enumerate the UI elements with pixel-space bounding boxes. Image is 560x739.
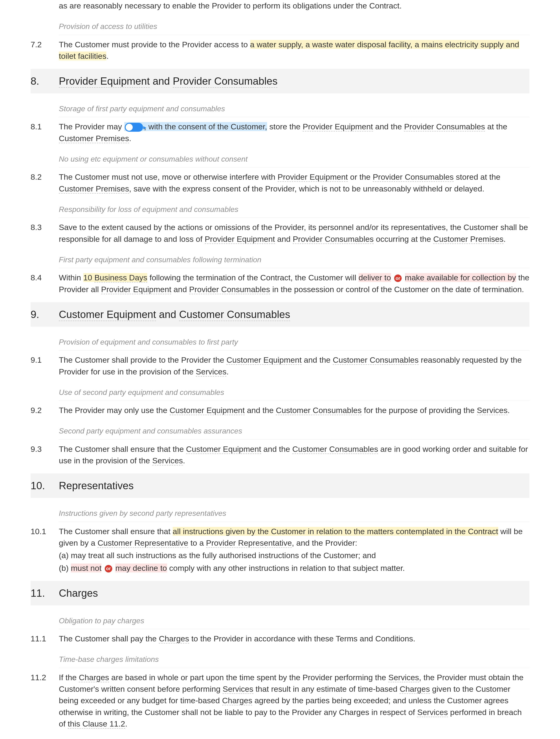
clause-body: If the Charges are based in whole or par… [59, 672, 529, 730]
text: store the [267, 122, 303, 131]
defined-term[interactable]: Provider Representative [206, 538, 292, 548]
defined-term[interactable]: Customer Premises [59, 184, 129, 193]
defined-term[interactable]: Provider Equipment [303, 122, 373, 132]
defined-term[interactable]: Charges [222, 696, 253, 705]
defined-term[interactable]: Customer Representative [98, 538, 188, 548]
defined-term[interactable]: Provider Consumables [173, 75, 277, 88]
text: following the termination of the Contrac… [147, 273, 359, 282]
defined-term[interactable]: Customer Consumables [276, 406, 362, 415]
text: and the [302, 355, 333, 364]
text: . [508, 406, 510, 415]
defined-term[interactable]: Services [417, 708, 448, 717]
text: 10 [83, 273, 94, 282]
clause-subtitle: Provision of access to utilities [59, 18, 529, 35]
defined-term[interactable]: Provider Equipment [278, 172, 348, 182]
alternative-option[interactable]: must not [71, 564, 102, 573]
defined-term[interactable]: Charges [79, 673, 109, 682]
text: . [504, 235, 506, 244]
clause-8-1: 8.1 The Provider may ▸, with the consent… [31, 121, 529, 144]
section-title: Provider Equipment and Provider Consumab… [59, 73, 277, 89]
defined-term[interactable]: Services [388, 673, 419, 682]
defined-term[interactable]: Provider Equipment [59, 75, 150, 88]
text: occurring at the [374, 235, 433, 244]
text: and the [261, 445, 292, 453]
defined-term[interactable]: Provider Consumables [293, 235, 374, 244]
defined-term[interactable]: Customer Equipment [170, 406, 245, 415]
sub-item-b: (b) must not or may decline to comply wi… [59, 562, 529, 574]
defined-term[interactable]: Provider Equipment [205, 235, 275, 244]
text: The Customer shall ensure that [59, 527, 173, 536]
optional-block[interactable]: ▸, with the consent of the Customer, [124, 122, 267, 131]
clause-number: 10.1 [31, 526, 59, 574]
defined-term[interactable]: Customer Equipment [226, 355, 301, 365]
section-title: Charges [59, 586, 98, 601]
defined-term[interactable]: Business Days [94, 273, 147, 283]
defined-term[interactable]: Customer Equipment [59, 309, 156, 321]
alternative-option[interactable]: deliver to [359, 273, 391, 282]
toggle-switch[interactable]: ▸ [125, 123, 143, 132]
clause-8-2: 8.2 The Customer must not use, move or o… [31, 171, 529, 194]
clause-subtitle: Second party equipment and consumables a… [59, 423, 529, 439]
section-number: 9. [31, 307, 59, 322]
section-title: Representatives [59, 478, 134, 493]
clause-body: The Customer must provide to the Provide… [59, 39, 529, 62]
text: or the [348, 172, 373, 181]
defined-term[interactable]: Customer Consumables [333, 355, 419, 365]
highlight-editable[interactable]: all instructions given by the Customer i… [173, 527, 498, 536]
defined-term[interactable]: Provider Consumables [373, 172, 454, 182]
clause-subtitle: Instructions given by second party repre… [59, 505, 529, 522]
alternative-option[interactable]: may decline to [115, 564, 167, 573]
defined-term[interactable]: Services [223, 685, 253, 694]
section-heading-10: 10. Representatives [31, 473, 529, 498]
clause-number: 8.4 [31, 272, 59, 295]
text: and [171, 285, 189, 294]
defined-term[interactable]: Customer Premises [59, 134, 129, 143]
text: . [106, 51, 109, 60]
text: are based in whole or part upon the time… [109, 673, 389, 682]
clause-subtitle: No using etc equipment or consumables wi… [59, 151, 529, 167]
defined-term[interactable]: Customer Equipment [186, 445, 261, 454]
defined-term[interactable]: Provider Equipment [101, 285, 171, 294]
text: . [125, 719, 127, 728]
text: and [156, 309, 179, 320]
clause-subtitle: Use of second party equipment and consum… [59, 384, 529, 401]
or-badge[interactable]: or [105, 565, 112, 573]
clause-body: The Customer shall ensure that the Custo… [59, 443, 529, 467]
or-badge[interactable]: or [394, 275, 402, 282]
defined-term[interactable]: Provider Consumables [404, 122, 485, 132]
defined-term[interactable]: Services [196, 367, 226, 377]
clause-fragment: as are reasonably necessary to enable th… [31, 0, 529, 11]
defined-term[interactable]: Charges [400, 685, 430, 694]
defined-term[interactable]: Customer Consumables [292, 445, 378, 454]
text: to a [188, 538, 206, 547]
clause-body: The Customer must not use, move or other… [59, 171, 529, 194]
clause-body: The Customer shall provide to the Provid… [59, 354, 529, 378]
alternative-option[interactable]: make available for collection by [405, 273, 516, 282]
highlight-editable[interactable]: 10 Business Days [83, 273, 147, 282]
toggle-knob [126, 124, 133, 131]
clause-number: 9.2 [31, 405, 59, 416]
clause-body: as are reasonably necessary to enable th… [59, 0, 529, 11]
defined-term[interactable]: Services [477, 406, 508, 415]
clause-number: 9.1 [31, 354, 59, 378]
text: . [183, 456, 185, 465]
section-heading-9: 9. Customer Equipment and Customer Consu… [31, 302, 529, 327]
defined-term[interactable]: Services [152, 456, 183, 465]
defined-term[interactable]: Customer Premises [433, 235, 504, 244]
clause-body: The Customer shall ensure that all instr… [59, 526, 529, 574]
section-number: 8. [31, 73, 59, 89]
section-number: 11. [31, 586, 59, 601]
text: The Customer must not use, move or other… [59, 172, 278, 181]
text: Within [59, 273, 83, 282]
defined-term[interactable]: Provider Consumables [189, 285, 270, 294]
clause-number: 8.3 [31, 221, 59, 245]
clause-8-3: 8.3 Save to the extent caused by the act… [31, 221, 529, 245]
defined-term[interactable]: this Clause 11.2 [68, 719, 125, 729]
clause-8-4: 8.4 Within 10 Business Days following th… [31, 272, 529, 295]
clause-subtitle: Amounts inclusive or exclusive of VAT [59, 736, 529, 739]
section-heading-8: 8. Provider Equipment and Provider Consu… [31, 69, 529, 93]
text: and the [373, 122, 404, 131]
defined-term[interactable]: Customer Consumables [179, 309, 290, 321]
text: for the purpose of providing the [362, 406, 477, 415]
defined-term[interactable]: Charges [159, 634, 189, 643]
